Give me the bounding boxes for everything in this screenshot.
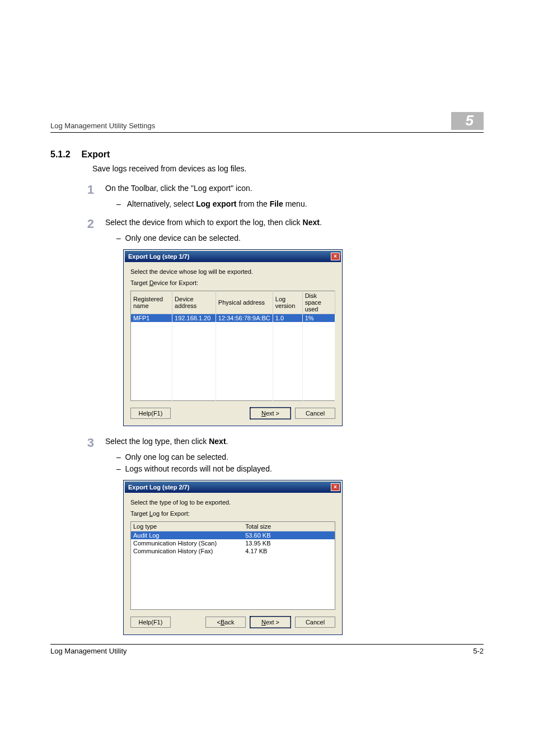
- col-total-size[interactable]: Total size: [243, 521, 294, 531]
- step-number-3: 3: [84, 436, 94, 450]
- next-button[interactable]: Next >: [250, 617, 291, 628]
- footer-page-number: 5-2: [473, 647, 484, 655]
- step-number-1: 1: [84, 183, 94, 197]
- log-row[interactable]: Audit Log53.60 KB: [131, 531, 335, 539]
- footer-product-name: Log Management Utility: [50, 647, 127, 655]
- step1-sub1: Alternatively, select Log export from th…: [116, 199, 484, 209]
- dialog1-title: Export Log (step 1/7): [128, 253, 189, 260]
- help-button[interactable]: Help(F1): [130, 408, 171, 419]
- export-log-dialog-step1: Export Log (step 1/7) × Select the devic…: [123, 249, 343, 426]
- log-row[interactable]: Communication History (Scan)13.95 KB: [131, 539, 335, 547]
- col-log-type[interactable]: Log type: [131, 521, 243, 531]
- dialog2-list-label: Target Log for Export:: [130, 510, 335, 517]
- close-icon[interactable]: ×: [331, 253, 340, 260]
- step-number-2: 2: [84, 217, 94, 231]
- cancel-button[interactable]: Cancel: [295, 617, 335, 628]
- col-device-address[interactable]: Device address: [172, 291, 216, 314]
- col-disk-space[interactable]: Disk space used: [302, 291, 335, 314]
- section-number: 5.1.2: [50, 150, 71, 160]
- dialog2-instruction: Select the type of log to be exported.: [130, 499, 335, 506]
- step1-text: On the Toolbar, click the "Log export" i…: [105, 183, 252, 194]
- dialog2-title: Export Log (step 2/7): [128, 484, 189, 491]
- cancel-button[interactable]: Cancel: [295, 408, 335, 419]
- help-button[interactable]: Help(F1): [130, 617, 171, 628]
- step2-sub1: Only one device can be selected.: [116, 233, 484, 244]
- col-registered-name[interactable]: Registered name: [131, 291, 172, 314]
- step2-text: Select the device from which to export t…: [105, 217, 322, 228]
- col-empty: [294, 521, 335, 531]
- step3-text: Select the log type, then click Next.: [105, 436, 228, 447]
- export-log-dialog-step2: Export Log (step 2/7) × Select the type …: [123, 480, 343, 636]
- dialog1-instruction: Select the device whose log will be expo…: [130, 268, 335, 275]
- col-log-version[interactable]: Log version: [273, 291, 302, 314]
- step3-sub2: Logs without records will not be display…: [116, 464, 484, 474]
- dialog1-list-label: Target Device for Export:: [130, 279, 335, 286]
- page-header: Log Management Utility Settings: [50, 122, 155, 130]
- device-table[interactable]: Registered name Device address Physical …: [130, 291, 335, 401]
- section-lead-in: Save logs received from devices as log f…: [92, 164, 484, 173]
- col-physical-address[interactable]: Physical address: [216, 291, 273, 314]
- chapter-number-badge: 5: [451, 112, 484, 130]
- log-type-table[interactable]: Log type Total size Audit Log53.60 KB Co…: [130, 521, 335, 610]
- step3-sub1: Only one log can be selected.: [116, 452, 484, 463]
- device-row[interactable]: MFP1 192.168.1.20 12:34:56:78:9A:BC 1.0 …: [131, 314, 335, 323]
- section-title: Export: [82, 150, 110, 160]
- close-icon[interactable]: ×: [331, 483, 340, 491]
- log-row[interactable]: Communication History (Fax)4.17 KB: [131, 547, 335, 555]
- back-button[interactable]: < Back: [205, 617, 246, 628]
- next-button[interactable]: Next >: [250, 408, 291, 419]
